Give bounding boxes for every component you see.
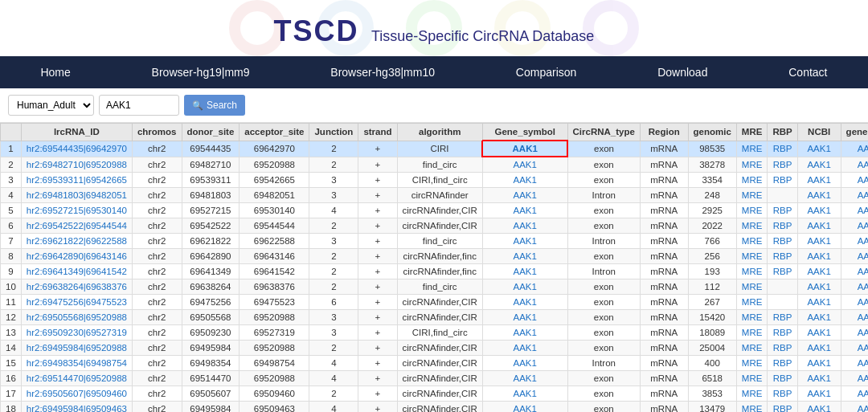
cell-link[interactable]: MRE: [742, 236, 763, 246]
cell-link[interactable]: AAK1: [858, 160, 868, 169]
table-cell[interactable]: AAK1: [841, 310, 868, 325]
cell-link[interactable]: AAK1: [807, 373, 830, 383]
cell-link[interactable]: RBP: [773, 343, 792, 353]
table-cell[interactable]: AAK1: [797, 157, 841, 173]
cell-link[interactable]: AAK1: [514, 221, 537, 230]
table-cell[interactable]: hr2:69505607|69509460: [21, 386, 132, 402]
cell-link[interactable]: MRE: [742, 206, 763, 215]
cell-link[interactable]: RBP: [773, 160, 792, 169]
table-cell[interactable]: hr2:69621822|69622588: [21, 234, 132, 249]
table-cell[interactable]: AAK1: [482, 234, 567, 249]
search-button[interactable]: 🔍 Search: [184, 95, 245, 116]
cell-link[interactable]: AAK1: [858, 267, 868, 276]
cell-link[interactable]: AAK1: [858, 175, 868, 185]
cell-link[interactable]: AAK1: [513, 144, 538, 153]
table-cell[interactable]: AAK1: [841, 371, 868, 386]
cell-link[interactable]: AAK1: [858, 373, 868, 383]
table-cell[interactable]: AAK1: [841, 279, 868, 295]
table-cell[interactable]: RBP: [768, 141, 797, 157]
cell-link[interactable]: AAK1: [514, 343, 537, 353]
cell-link[interactable]: AAK1: [858, 236, 868, 246]
cell-link[interactable]: AAK1: [514, 373, 537, 383]
nav-home[interactable]: Home: [24, 56, 86, 88]
table-cell[interactable]: AAK1: [482, 141, 567, 157]
cell-link[interactable]: AAK1: [807, 175, 830, 185]
cell-link[interactable]: RBP: [773, 236, 792, 246]
table-cell[interactable]: AAK1: [841, 157, 868, 173]
table-cell[interactable]: AAK1: [797, 341, 841, 356]
table-cell[interactable]: AAK1: [841, 173, 868, 188]
table-cell[interactable]: AAK1: [482, 310, 567, 325]
cell-link[interactable]: AAK1: [858, 282, 868, 292]
table-cell[interactable]: MRE: [736, 203, 768, 218]
species-dropdown[interactable]: Human_Adult Human_Fetal Mouse_Adult Mous…: [8, 95, 94, 116]
cell-link[interactable]: AAK1: [858, 144, 868, 153]
table-cell[interactable]: RBP: [768, 371, 797, 386]
cell-link[interactable]: MRE: [742, 389, 763, 398]
table-cell[interactable]: AAK1: [797, 371, 841, 386]
cell-link[interactable]: MRE: [742, 358, 763, 368]
table-cell[interactable]: MRE: [736, 234, 768, 249]
cell-link[interactable]: AAK1: [514, 312, 537, 322]
table-cell[interactable]: AAK1: [797, 234, 841, 249]
table-cell[interactable]: AAK1: [482, 371, 567, 386]
table-cell[interactable]: AAK1: [841, 341, 868, 356]
cell-link[interactable]: AAK1: [858, 190, 868, 200]
table-cell[interactable]: AAK1: [841, 141, 868, 157]
cell-link[interactable]: AAK1: [807, 160, 830, 169]
cell-link[interactable]: AAK1: [858, 312, 868, 322]
table-cell[interactable]: MRE: [736, 264, 768, 279]
cell-link[interactable]: RBP: [773, 144, 792, 153]
table-cell[interactable]: hr2:69638264|69638376: [21, 279, 132, 295]
cell-link[interactable]: AAK1: [514, 328, 537, 337]
cell-link[interactable]: AAK1: [807, 389, 830, 398]
nav-browser-hg38[interactable]: Browser-hg38|mm10: [314, 56, 451, 88]
cell-link[interactable]: AAK1: [514, 251, 537, 261]
table-cell[interactable]: AAK1: [482, 402, 567, 413]
cell-link[interactable]: AAK1: [807, 144, 830, 153]
cell-link[interactable]: MRE: [742, 282, 763, 292]
table-cell[interactable]: MRE: [736, 188, 768, 203]
table-cell[interactable]: AAK1: [482, 249, 567, 264]
table-cell[interactable]: AAK1: [482, 325, 567, 341]
table-cell[interactable]: hr2:69527215|69530140: [21, 203, 132, 218]
cell-link[interactable]: AAK1: [807, 190, 830, 200]
table-cell[interactable]: AAK1: [482, 264, 567, 279]
table-cell[interactable]: hr2:69544435|69642970: [21, 141, 132, 157]
cell-link[interactable]: AAK1: [858, 358, 868, 368]
cell-link[interactable]: MRE: [742, 404, 763, 412]
cell-link[interactable]: AAK1: [807, 251, 830, 261]
table-cell[interactable]: AAK1: [797, 173, 841, 188]
search-input[interactable]: [99, 95, 179, 116]
cell-link[interactable]: AAK1: [858, 389, 868, 398]
cell-link[interactable]: AAK1: [858, 206, 868, 215]
table-cell[interactable]: hr2:69539311|69542665: [21, 173, 132, 188]
table-cell[interactable]: AAK1: [482, 218, 567, 234]
cell-link[interactable]: MRE: [742, 267, 763, 276]
table-cell[interactable]: hr2:69495984|69520988: [21, 341, 132, 356]
table-cell[interactable]: AAK1: [841, 325, 868, 341]
cell-link[interactable]: hr2:69495984|69520988: [27, 343, 127, 353]
cell-link[interactable]: AAK1: [807, 206, 830, 215]
table-cell[interactable]: AAK1: [482, 157, 567, 173]
cell-link[interactable]: hr2:69495984|69509463: [27, 404, 127, 412]
table-cell[interactable]: AAK1: [797, 295, 841, 310]
table-cell[interactable]: AAK1: [797, 141, 841, 157]
nav-comparison[interactable]: Comparison: [500, 56, 592, 88]
table-cell[interactable]: AAK1: [841, 218, 868, 234]
table-cell[interactable]: AAK1: [797, 310, 841, 325]
table-cell[interactable]: AAK1: [841, 356, 868, 371]
table-cell[interactable]: AAK1: [841, 264, 868, 279]
table-cell[interactable]: hr2:69475256|69475523: [21, 295, 132, 310]
table-cell[interactable]: MRE: [736, 356, 768, 371]
cell-link[interactable]: MRE: [742, 190, 763, 200]
cell-link[interactable]: AAK1: [514, 160, 537, 169]
cell-link[interactable]: MRE: [742, 251, 763, 261]
table-cell[interactable]: RBP: [768, 218, 797, 234]
cell-link[interactable]: hr2:69498354|69498754: [27, 358, 127, 368]
table-cell[interactable]: MRE: [736, 341, 768, 356]
cell-link[interactable]: MRE: [742, 312, 763, 322]
table-cell[interactable]: AAK1: [482, 188, 567, 203]
cell-link[interactable]: AAK1: [514, 297, 537, 307]
table-cell[interactable]: hr2:69642890|69643146: [21, 249, 132, 264]
